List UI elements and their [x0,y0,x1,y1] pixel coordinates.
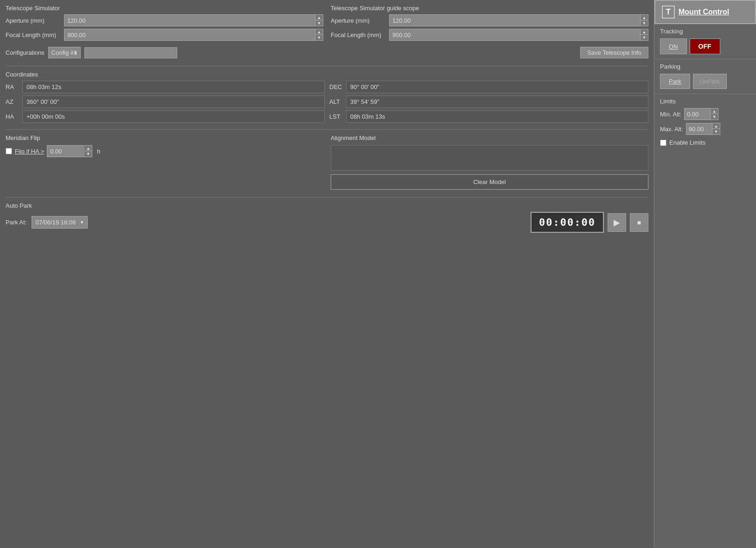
max-alt-row: Max. Alt: ▲ ▼ [654,121,756,136]
az-value: 360° 00' 00" [22,96,325,108]
flip-unit: h [97,148,100,155]
mount-control-header[interactable]: T Mount Control [654,0,756,24]
ra-value: 08h 03m 12s [22,81,325,93]
max-alt-spinbox[interactable]: ▲ ▼ [686,123,720,135]
alignment-model-title: Alignment Model [331,134,648,141]
enable-limits-checkbox[interactable] [660,140,666,146]
mount-control-icon: T [662,6,675,19]
flip-spinbox[interactable]: ▲ ▼ [47,145,92,157]
min-alt-up-arrow[interactable]: ▲ [711,108,718,114]
az-item: AZ 360° 00' 00" [6,96,325,108]
unpark-button[interactable]: UnPark [693,74,727,89]
az-label: AZ [6,98,19,105]
alt-label: ALT [329,98,343,105]
park-at-select-wrapper[interactable]: 07/06/19 16:08 [32,216,88,229]
min-alt-spinbox[interactable]: ▲ ▼ [684,108,718,120]
telescope-title: Telescope Simulator [6,5,323,12]
tracking-label: Tracking [654,24,756,37]
alignment-model-area [331,145,648,171]
flip-checkbox[interactable] [6,148,12,154]
aperture-down-arrow[interactable]: ▼ [315,20,323,26]
focal-length-spinbox[interactable]: ▲ ▼ [64,29,323,41]
mount-control-title: Mount Control [679,8,729,16]
focal-length-up-arrow[interactable]: ▲ [315,29,323,35]
guide-focal-length-input[interactable] [390,30,640,40]
guide-focal-down-arrow[interactable]: ▼ [641,35,648,40]
timer-section: 00:00:00 ▶ ■ [531,212,648,233]
park-at-select[interactable]: 07/06/19 16:08 [32,217,87,228]
alt-item: ALT 39° 54' 59" [329,96,648,108]
parking-label: Parking [654,59,756,72]
limits-label: Limits [654,94,756,107]
config-extra-field [84,47,177,58]
flip-arrows[interactable]: ▲ ▼ [84,146,92,157]
dec-value: 90° 00' 00" [346,81,648,93]
min-alt-row: Min. Alt: ▲ ▼ [654,107,756,121]
park-at-label: Park At: [6,219,27,226]
guide-scope-title: Telescope Simulator guide scope [331,5,648,12]
aperture-up-arrow[interactable]: ▲ [315,15,323,20]
park-button[interactable]: Park [660,74,690,89]
min-alt-input[interactable] [685,109,710,119]
min-alt-label: Min. Alt: [660,111,681,118]
guide-focal-up-arrow[interactable]: ▲ [641,29,648,35]
configurations-label: Configurations [6,49,45,56]
aperture-spinbox[interactable]: ▲ ▼ [64,14,323,26]
guide-aperture-up-arrow[interactable]: ▲ [641,15,648,20]
ha-item: HA +00h 00m 00s [6,110,325,123]
dec-label: DEC [329,83,343,90]
guide-aperture-spinbox[interactable]: ▲ ▼ [389,14,648,26]
meridian-flip-title: Meridian Flip [6,134,323,141]
min-alt-down-arrow[interactable]: ▼ [711,114,718,120]
flip-down-arrow[interactable]: ▼ [84,151,92,157]
guide-aperture-label: Aperture (mm) [331,17,386,24]
flip-value-input[interactable] [47,146,84,157]
guide-focal-length-spinbox[interactable]: ▲ ▼ [389,29,648,41]
auto-park-title: Auto Park [6,202,648,209]
max-alt-down-arrow[interactable]: ▼ [712,129,720,134]
ha-label: HA [6,113,19,120]
enable-limits-label[interactable]: Enable Limits [669,139,705,146]
focal-length-input[interactable] [64,30,315,40]
save-telescope-button[interactable]: Save Telescope Info [580,47,648,58]
lst-value: 08h 03m 13s [346,110,648,123]
tracking-off-button[interactable]: OFF [690,38,720,54]
tracking-on-button[interactable]: ON [660,38,687,54]
lst-item: LST 08h 03m 13s [329,110,648,123]
guide-focal-length-label: Focal Length (mm) [331,32,386,38]
aperture-input[interactable] [64,15,315,26]
play-button[interactable]: ▶ [608,213,626,232]
focal-length-down-arrow[interactable]: ▼ [315,35,323,40]
alt-value: 39° 54' 59" [346,96,648,108]
guide-aperture-input[interactable] [390,15,640,26]
ra-item: RA 08h 03m 12s [6,81,325,93]
focal-length-label: Focal Length (mm) [6,32,61,38]
coordinates-title: Coordinates [6,71,648,78]
flip-up-arrow[interactable]: ▲ [84,146,92,151]
parking-buttons: Park UnPark [654,72,756,94]
dec-item: DEC 90° 00' 00" [329,81,648,93]
config-select[interactable]: Config #1 [48,47,81,58]
enable-limits-row: Enable Limits [654,136,756,149]
flip-label[interactable]: Flip if HA > [15,148,44,155]
max-alt-input[interactable] [686,124,712,134]
aperture-label: Aperture (mm) [6,17,61,24]
stop-button[interactable]: ■ [630,213,648,232]
max-alt-label: Max. Alt: [660,126,683,133]
clear-model-button[interactable]: Clear Model [331,174,648,190]
tracking-buttons: ON OFF [654,37,756,59]
config-select-wrapper[interactable]: Config #1 [48,47,81,58]
max-alt-up-arrow[interactable]: ▲ [712,123,720,129]
ha-value: +00h 00m 00s [22,110,325,123]
guide-aperture-down-arrow[interactable]: ▼ [641,20,648,26]
timer-display: 00:00:00 [531,212,604,233]
lst-label: LST [329,113,343,120]
ra-label: RA [6,83,19,90]
